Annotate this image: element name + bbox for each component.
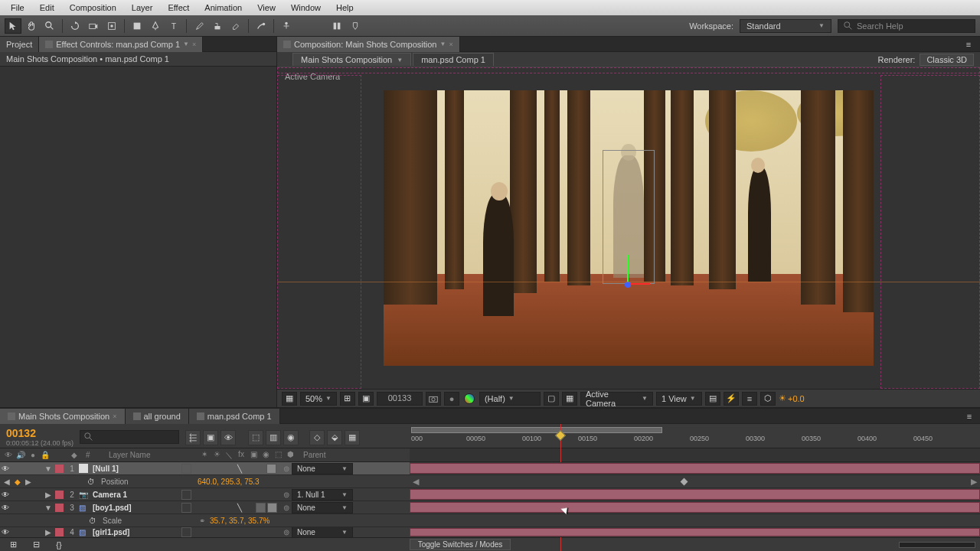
timeline-tab-ground[interactable]: all ground [126,409,189,424]
close-icon[interactable]: × [192,41,196,48]
selection-tool[interactable] [5,18,21,34]
render-queue-button[interactable]: ▦ [345,430,360,445]
timeline-search-input[interactable] [80,430,179,444]
zoom-tool[interactable] [41,18,58,34]
layer-name[interactable]: [Null 1] [91,465,181,473]
brainstorm-button[interactable]: ◉ [283,430,299,445]
pickwhip-icon[interactable]: ⊚ [281,528,292,536]
number-column-header[interactable]: # [81,451,104,459]
layer-row[interactable]: 👁 ▶ 2 📷 Camera 1 ⊚ 1. Null 1▼ [0,488,980,501]
composition-tab[interactable]: Composition: Main Shots Composition ▼ × [277,37,460,52]
always-preview-button[interactable]: ▦ [282,392,297,406]
pixel-aspect-button[interactable]: ▤ [705,392,720,406]
video-column-icon[interactable]: 👁 [3,451,14,459]
visibility-toggle[interactable]: 👁 [0,504,11,512]
label-color[interactable] [55,491,64,499]
timeline-tab-main[interactable]: Main Shots Composition× [0,409,126,424]
comp-mini-flowchart-button[interactable]: ⬱ [185,430,201,445]
draft-3d-button[interactable]: ▣ [203,430,218,445]
pickwhip-icon[interactable]: ⊚ [281,465,292,473]
audio-column-icon[interactable]: 🔊 [15,451,26,459]
motion-blur-button[interactable]: ▥ [266,430,281,445]
layer-name[interactable]: [boy1.psd] [91,504,181,512]
layer-row[interactable]: 👁 ▼ 1 [Null 1] ╲ ⊚ None▼ [0,462,980,475]
shy-button[interactable]: 👁 [220,430,236,445]
transparency-grid-button[interactable]: ▦ [562,392,577,406]
renderer-dropdown[interactable]: Classic 3D [920,54,974,66]
keyframe-toggle-icon[interactable]: ◆ [12,478,23,486]
timeline-zoom-slider[interactable] [899,542,975,548]
channel-button[interactable]: ● [444,392,459,406]
next-keyframe-icon[interactable]: ▶ [23,478,34,486]
pan-behind-tool[interactable] [103,18,120,34]
eraser-tool[interactable] [227,18,244,34]
stopwatch-icon[interactable]: ⏱ [89,517,100,525]
comp-subtab-main[interactable]: Main Shots Composition▼ [292,53,411,66]
snap-toggle[interactable] [328,18,345,34]
pickwhip-icon[interactable]: ⊚ [281,491,292,499]
property-value[interactable]: 640.0, 295.3, 75.3 [198,478,305,486]
panel-menu-icon[interactable]: ≡ [963,409,980,424]
twirl-icon[interactable]: ▶ [43,528,54,536]
layer-name[interactable]: Camera 1 [91,491,181,499]
menu-file[interactable]: File [3,2,32,14]
auto-keyframe-button[interactable]: ◇ [309,430,325,445]
timeline-tab-man[interactable]: man.psd Comp 1 [189,409,280,424]
menu-edit[interactable]: Edit [32,2,62,14]
timeline-button[interactable]: ≡ [742,392,757,406]
exposure-reset-icon[interactable]: ☀ [779,393,786,403]
visibility-toggle[interactable]: 👁 [0,491,11,499]
solo-column-icon[interactable]: ● [28,451,38,459]
parent-dropdown[interactable]: None▼ [292,463,353,474]
menu-window[interactable]: Window [283,2,328,14]
property-row[interactable]: ◀ ◆ ▶ ⏱ Position 640.0, 295.3, 75.3 ◀ ▶ [0,475,980,488]
roto-brush-tool[interactable] [253,18,270,34]
frame-blend-button[interactable]: ⬚ [248,430,263,445]
text-tool[interactable]: T [165,18,182,34]
visibility-toggle[interactable]: 👁 [0,465,11,473]
3d-view-dropdown[interactable]: Active Camera▼ [580,392,653,406]
fast-previews-button[interactable]: ⚡ [724,392,739,406]
exposure-value[interactable]: +0.0 [788,394,805,403]
search-help-input[interactable]: Search Help [838,19,975,33]
twirl-icon[interactable]: ▼ [43,504,54,512]
comp-subtab-man[interactable]: man.psd Comp 1 [413,53,494,66]
twirl-icon[interactable]: ▶ [43,491,54,499]
menu-animation[interactable]: Animation [197,2,250,14]
timeline-ruler[interactable]: 000 00050 00100 00150 00200 00250 00300 … [410,424,980,448]
timeline-timecode[interactable]: 00132 [6,427,36,439]
workspace-dropdown[interactable]: Standard▼ [740,19,831,33]
clone-stamp-tool[interactable] [209,18,226,34]
flowchart-button[interactable]: ⬡ [760,392,776,406]
snap-options[interactable] [347,18,364,34]
layer-row[interactable]: 👁 ▼ 3 ▨ [boy1.psd] ╲ ⊚ None▼ [0,501,980,514]
mask-toggle-button[interactable]: ▣ [358,392,374,406]
brush-tool[interactable] [191,18,207,34]
camera-tool[interactable] [85,18,102,34]
current-time-input[interactable]: 00133 [377,392,423,406]
link-icon[interactable]: ⚭ [199,517,210,525]
composition-viewport[interactable]: Active Camera [277,67,980,389]
menu-help[interactable]: Help [328,2,361,14]
layer-name[interactable]: [girl1.psd] [91,528,181,536]
label-color[interactable] [55,528,64,536]
menu-view[interactable]: View [250,2,283,14]
parent-dropdown[interactable]: None▼ [292,502,353,514]
project-tab[interactable]: Project [0,37,39,52]
toggle-switches-modes-button[interactable]: Toggle Switches / Modes [410,539,511,550]
prev-keyframe-icon[interactable]: ◀ [2,478,12,486]
view-layout-dropdown[interactable]: 1 View▼ [656,392,702,406]
pen-tool[interactable] [147,18,164,34]
label-color[interactable] [55,504,64,512]
hand-tool[interactable] [23,18,40,34]
panel-resize-handle[interactable] [271,52,276,406]
parent-column-header[interactable]: Parent [300,451,384,459]
title-safe-button[interactable]: ⊞ [340,392,355,406]
color-mgmt-button[interactable] [464,393,475,404]
layer-name-column-header[interactable]: Layer Name [106,451,198,459]
menu-effect[interactable]: Effect [160,2,197,14]
twirl-icon[interactable]: ▼ [43,465,54,473]
label-column-icon[interactable]: ◆ [69,451,80,459]
zoom-dropdown[interactable]: 50%▼ [300,392,337,406]
property-value[interactable]: 35.7, 35.7, 35.7% [210,517,317,525]
